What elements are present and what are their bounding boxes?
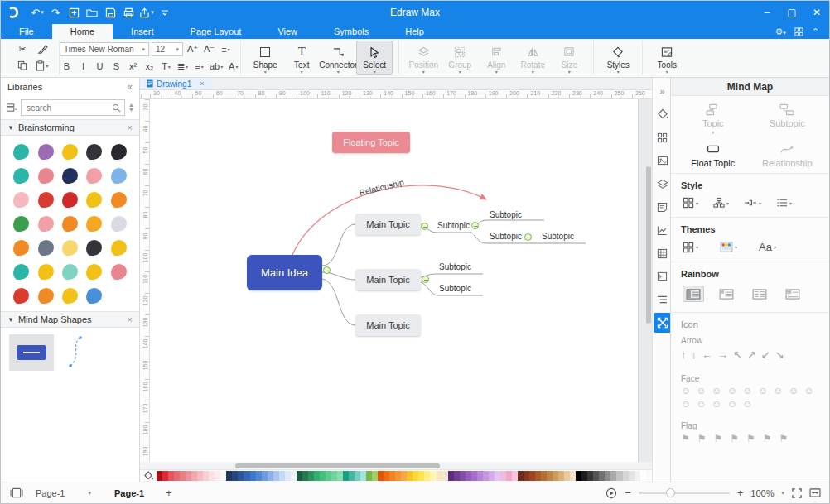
- shrink-font-button[interactable]: A⁻: [202, 43, 216, 56]
- face-icon[interactable]: ☺: [742, 398, 758, 410]
- select-button[interactable]: Select▾: [356, 41, 393, 75]
- grow-font-button[interactable]: A⁺: [186, 43, 200, 56]
- color-swatch[interactable]: [203, 471, 209, 481]
- format-b-button[interactable]: B: [60, 60, 74, 73]
- color-swatch[interactable]: [174, 471, 180, 481]
- format-x₂-button[interactable]: x₂: [142, 60, 157, 73]
- mindmap-shapes-section-header[interactable]: ▼ Mind Map Shapes ×: [1, 311, 139, 328]
- cut-button[interactable]: ✂: [16, 42, 30, 55]
- color-swatch[interactable]: [460, 471, 466, 481]
- collapse-button[interactable]: [524, 233, 532, 241]
- subtopic-node[interactable]: Subtopic: [542, 232, 574, 241]
- color-swatch[interactable]: [430, 471, 436, 481]
- float-topic-button[interactable]: Float Topic: [676, 142, 750, 168]
- question-bubbles-shape[interactable]: [33, 214, 57, 233]
- color-swatch[interactable]: [471, 471, 477, 481]
- color-swatch[interactable]: [250, 471, 256, 481]
- close-section-icon[interactable]: ×: [128, 122, 133, 132]
- sun-burst-shape[interactable]: [82, 214, 106, 233]
- color-swatch[interactable]: [587, 471, 593, 481]
- fullscreen-icon[interactable]: [792, 488, 802, 498]
- color-swatch[interactable]: [262, 471, 268, 481]
- new-document-button[interactable]: [65, 4, 82, 21]
- customize-quick-access-button[interactable]: [157, 4, 173, 21]
- font-size-combo[interactable]: 12▾: [152, 42, 183, 56]
- color-swatch[interactable]: [558, 471, 564, 481]
- color-swatch[interactable]: [541, 471, 547, 481]
- color-swatch[interactable]: [297, 471, 302, 481]
- menu-tab-page-layout[interactable]: Page Layout: [172, 24, 260, 39]
- collapse-button[interactable]: [421, 223, 428, 230]
- arrow-icon[interactable]: →: [717, 348, 728, 361]
- bulb-brain-shape[interactable]: [33, 262, 57, 281]
- format-ab-button[interactable]: ab▾: [209, 60, 224, 73]
- format-painter-button[interactable]: [36, 42, 50, 55]
- color-swatch[interactable]: [355, 471, 360, 481]
- floating-topic-node[interactable]: Floating Topic: [332, 132, 410, 153]
- outline-icon[interactable]: [654, 290, 672, 310]
- color-swatch[interactable]: [424, 471, 430, 481]
- subtopic-node[interactable]: Subtopic: [439, 262, 471, 271]
- callout-arrow-shape[interactable]: [58, 286, 82, 305]
- export-button[interactable]: ▾: [138, 4, 155, 21]
- flag-icon[interactable]: ⚑: [697, 433, 707, 444]
- clipboard-check-shape[interactable]: [9, 238, 33, 257]
- face-icon[interactable]: ☺: [803, 385, 819, 396]
- color-swatch[interactable]: [581, 471, 587, 481]
- format-x²-button[interactable]: x²: [126, 60, 140, 73]
- color-swatch[interactable]: [366, 471, 372, 481]
- page-tab[interactable]: Page-1: [114, 488, 144, 498]
- color-swatch[interactable]: [616, 471, 622, 481]
- collapse-panel-icon[interactable]: «: [127, 81, 133, 93]
- color-swatch[interactable]: [186, 471, 191, 481]
- format-≡-button[interactable]: ≡▾: [192, 60, 206, 73]
- format-≣-button[interactable]: ≣▾: [176, 60, 190, 73]
- color-swatch[interactable]: [384, 471, 389, 481]
- face-icon[interactable]: ☺: [681, 398, 697, 410]
- face-icon[interactable]: ☺: [727, 385, 743, 396]
- shape-button[interactable]: Shape▾: [247, 41, 283, 74]
- color-swatch[interactable]: [302, 471, 308, 481]
- color-swatch[interactable]: [518, 471, 524, 481]
- head-gears-yellow-shape[interactable]: [58, 142, 82, 161]
- drawing-tab[interactable]: Drawing1 ×: [140, 78, 211, 89]
- eye-vision-shape[interactable]: [9, 214, 33, 233]
- arrow-icon[interactable]: ↙: [761, 348, 770, 361]
- subtopic-node[interactable]: Subtopic: [490, 210, 522, 219]
- copy-button[interactable]: [16, 59, 30, 72]
- color-swatch[interactable]: [512, 471, 518, 481]
- color-swatch[interactable]: [238, 471, 244, 481]
- zoom-in-button[interactable]: +: [737, 487, 744, 499]
- color-swatch[interactable]: [553, 471, 558, 481]
- face-icon[interactable]: ☺: [697, 385, 712, 396]
- fit-window-icon[interactable]: [809, 488, 821, 497]
- flag-icon[interactable]: ⚑: [746, 433, 755, 444]
- color-swatch[interactable]: [191, 471, 197, 481]
- color-swatch[interactable]: [232, 471, 238, 481]
- menu-tab-help[interactable]: Help: [387, 24, 442, 39]
- color-swatch[interactable]: [215, 471, 220, 481]
- face-icon[interactable]: ☺: [789, 385, 804, 396]
- format-u-button[interactable]: U: [93, 60, 107, 73]
- subtopic-node[interactable]: Subtopic: [490, 232, 522, 241]
- layers-icon[interactable]: [654, 174, 672, 194]
- color-swatch[interactable]: [308, 471, 314, 481]
- color-swatch[interactable]: [209, 471, 215, 481]
- page-selector[interactable]: Page-1▾: [31, 488, 96, 498]
- color-swatch[interactable]: [256, 471, 262, 481]
- head-brain-navy-shape[interactable]: [58, 166, 82, 185]
- minimize-button[interactable]: –: [755, 1, 779, 24]
- add-page-button[interactable]: +: [166, 487, 172, 499]
- paste-button[interactable]: ▾: [35, 59, 49, 72]
- rainbow-option-3[interactable]: [749, 286, 770, 302]
- gears-red-shape[interactable]: [58, 190, 82, 209]
- insert-picture-icon[interactable]: [654, 151, 672, 170]
- color-swatch[interactable]: [331, 471, 337, 481]
- arrow-icon[interactable]: ↗: [747, 348, 756, 361]
- horizontal-scrollbar[interactable]: [235, 463, 440, 468]
- menu-tab-home[interactable]: Home: [52, 24, 113, 39]
- color-swatch[interactable]: [437, 471, 442, 481]
- color-swatch[interactable]: [448, 471, 454, 481]
- magnifier-shape[interactable]: [9, 286, 33, 305]
- color-swatch[interactable]: [640, 471, 646, 481]
